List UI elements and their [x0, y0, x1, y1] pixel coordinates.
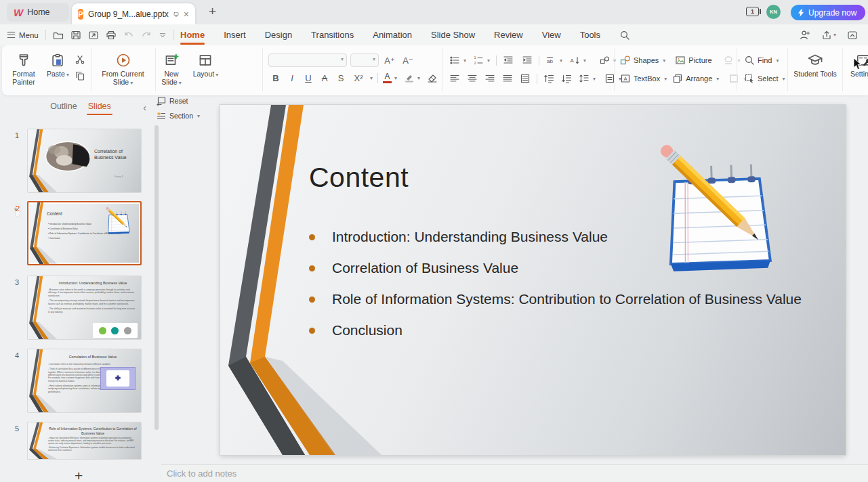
section-button[interactable]: Section▾: [156, 110, 200, 121]
menu-animation[interactable]: Animation: [373, 30, 412, 40]
panel-scrollbar[interactable]: [154, 125, 159, 430]
menu-review[interactable]: Review: [494, 30, 523, 40]
convert-smartart-icon[interactable]: [599, 55, 610, 66]
menu-home[interactable]: Home: [180, 30, 205, 40]
numbered-list-icon[interactable]: 12: [473, 55, 484, 66]
distribute-text-icon[interactable]: [520, 73, 531, 84]
character-spacing-icon[interactable]: ab: [545, 55, 556, 66]
clear-format-icon[interactable]: [427, 72, 438, 83]
find-icon[interactable]: [744, 55, 755, 66]
document-tab-label: Group 9_M...alue.pptx: [88, 9, 169, 19]
slide-thumbnail-1[interactable]: Correlation of Business Value Group 9: [27, 129, 142, 193]
align-left-icon[interactable]: [449, 73, 460, 84]
arrange-label[interactable]: Arrange: [686, 74, 712, 83]
close-tab-icon[interactable]: ×: [184, 9, 189, 20]
slide-title[interactable]: Content: [309, 162, 409, 194]
new-tab-button[interactable]: +: [209, 4, 216, 19]
arrange-icon[interactable]: [672, 73, 683, 84]
menu-insert[interactable]: Insert: [224, 30, 246, 40]
slide-bullet[interactable]: Conclusion: [309, 315, 802, 346]
slide-thumbnail-5[interactable]: Role of Information Systems: Contributio…: [27, 422, 142, 460]
redo-icon[interactable]: [141, 30, 152, 41]
share-icon[interactable]: [821, 30, 832, 41]
slide-canvas[interactable]: Content Introduction: Understanding Busi…: [220, 105, 846, 455]
underline-button[interactable]: U: [301, 73, 316, 83]
italic-button[interactable]: I: [285, 73, 299, 83]
save-icon[interactable]: [70, 30, 81, 41]
new-slide-button[interactable]: New Slide▾: [156, 48, 187, 90]
more-commands-icon[interactable]: [159, 30, 167, 41]
export-icon[interactable]: [88, 30, 99, 41]
superscript-button[interactable]: X²: [350, 73, 367, 83]
shapes-icon[interactable]: [620, 55, 631, 66]
picture-icon[interactable]: [675, 55, 686, 66]
home-tab[interactable]: W Home: [7, 3, 69, 22]
decrease-spacing-icon[interactable]: [561, 73, 572, 84]
increase-spacing-icon[interactable]: [543, 73, 554, 84]
slide-thumbnail-3[interactable]: Introduction: Understanding Business Val…: [27, 276, 142, 340]
collapse-panel-icon[interactable]: ‹: [143, 102, 146, 113]
menu-transitions[interactable]: Transitions: [311, 30, 354, 40]
add-slide-button[interactable]: +: [75, 468, 83, 482]
copy-icon[interactable]: [75, 70, 85, 81]
cut-icon[interactable]: [75, 54, 85, 65]
text-direction-icon[interactable]: A: [569, 55, 580, 66]
document-tab[interactable]: P Group 9_M...alue.pptx ×: [72, 3, 195, 24]
section-label: Section: [169, 112, 193, 120]
select-label[interactable]: Select: [758, 74, 779, 83]
share-user-icon[interactable]: [800, 30, 810, 41]
bullet-list-icon[interactable]: [449, 55, 460, 66]
align-center-icon[interactable]: [467, 73, 478, 84]
slides-tab[interactable]: Slides: [88, 102, 111, 115]
open-file-icon[interactable]: [53, 30, 64, 41]
menu-design[interactable]: Design: [265, 30, 292, 40]
decrease-indent-icon[interactable]: [503, 55, 514, 66]
student-tools-button[interactable]: Student Tools: [789, 48, 842, 90]
increase-indent-icon[interactable]: [522, 55, 533, 66]
shape-fill-icon: [723, 55, 734, 66]
font-family-select[interactable]: [268, 53, 347, 67]
justify-icon[interactable]: [502, 73, 513, 84]
settings-button[interactable]: Settings: [843, 48, 868, 90]
font-color-button[interactable]: A: [383, 73, 392, 83]
bold-button[interactable]: B: [268, 73, 283, 83]
present-mode-icon[interactable]: [173, 9, 179, 20]
decrease-font-button[interactable]: A⁻: [400, 56, 415, 66]
settings-label: Settings: [850, 70, 868, 78]
search-icon[interactable]: [619, 30, 630, 41]
menu-slideshow[interactable]: Slide Show: [431, 30, 475, 40]
highlight-color-icon[interactable]: [404, 72, 415, 83]
avatar[interactable]: KN: [766, 5, 781, 19]
strikethrough-button[interactable]: A: [317, 73, 332, 83]
notes-pane[interactable]: Click to add notes: [161, 464, 868, 482]
font-size-select[interactable]: [350, 53, 379, 67]
paste-button[interactable]: Paste▾: [44, 48, 71, 90]
reset-button[interactable]: Reset: [156, 95, 200, 106]
format-painter-button[interactable]: Format Painter: [6, 48, 41, 90]
upgrade-button[interactable]: Upgrade now: [791, 5, 865, 20]
increase-font-button[interactable]: A⁺: [382, 56, 397, 66]
main-menu-button[interactable]: Menu: [7, 30, 39, 39]
hide-ribbon-icon[interactable]: [847, 30, 858, 41]
notepad-graphic: [105, 206, 133, 236]
slide-thumbnail-2[interactable]: Content • Introduction: Understanding Bu…: [27, 201, 142, 265]
slide-bullet[interactable]: Role of Information Systems: Contributio…: [309, 284, 802, 315]
line-spacing-icon[interactable]: [579, 73, 590, 84]
menu-view[interactable]: View: [542, 30, 561, 40]
select-icon[interactable]: [744, 73, 755, 84]
text-shadow-button[interactable]: S: [333, 73, 348, 83]
outline-tab[interactable]: Outline: [50, 102, 77, 115]
picture-label[interactable]: Picture: [688, 56, 711, 64]
undo-icon[interactable]: [123, 30, 134, 41]
print-icon[interactable]: [106, 30, 117, 41]
from-current-slide-button[interactable]: From Current Slide▾: [93, 48, 154, 90]
menu-tools[interactable]: Tools: [580, 30, 600, 40]
window-count-badge[interactable]: 1: [746, 7, 759, 16]
textbox-label[interactable]: TextBox: [634, 74, 660, 83]
layout-button[interactable]: Layout▾: [190, 48, 221, 90]
slide-thumbnail-4[interactable]: Correlation of Business Value - Correlat…: [27, 349, 142, 413]
textbox-icon[interactable]: A: [620, 73, 631, 84]
shapes-label[interactable]: Shapes: [634, 56, 659, 64]
find-label[interactable]: Find: [758, 56, 772, 64]
align-right-icon[interactable]: [484, 73, 495, 84]
